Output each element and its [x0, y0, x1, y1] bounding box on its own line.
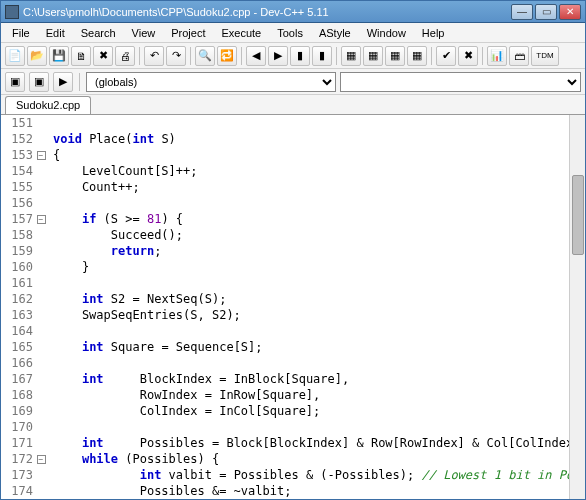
code-line[interactable]: RowIndex = InRow[Square], [53, 387, 569, 403]
fold-marker[interactable]: − [35, 451, 47, 467]
minimize-button[interactable]: — [511, 4, 533, 20]
fold-marker [35, 115, 47, 131]
fold-marker[interactable]: − [35, 211, 47, 227]
line-number: 151 [1, 115, 33, 131]
menu-execute[interactable]: Execute [214, 25, 268, 41]
menu-search[interactable]: Search [74, 25, 123, 41]
profile-button[interactable]: 📊 [487, 46, 507, 66]
menu-view[interactable]: View [125, 25, 163, 41]
open-button[interactable]: 📂 [27, 46, 47, 66]
syntax-check-button[interactable]: ✔ [436, 46, 456, 66]
menu-project[interactable]: Project [164, 25, 212, 41]
code-line[interactable] [53, 419, 569, 435]
debug-insert-button[interactable]: ▣ [29, 72, 49, 92]
fold-minus-icon[interactable]: − [37, 151, 46, 160]
new-file-button[interactable]: 📄 [5, 46, 25, 66]
rebuild-button[interactable]: ▦ [407, 46, 427, 66]
fold-marker [35, 307, 47, 323]
toolbar-main: 📄 📂 💾 🗎 ✖ 🖨 ↶ ↷ 🔍 🔁 ◀ ▶ ▮ ▮ ▦ ▦ ▦ ▦ ✔ ✖ … [1, 43, 585, 69]
print-button[interactable]: 🖨 [115, 46, 135, 66]
code-line[interactable] [53, 115, 569, 131]
code-line[interactable]: int Possibles = Block[BlockIndex] & Row[… [53, 435, 569, 451]
code-line[interactable]: int S2 = NextSeq(S); [53, 291, 569, 307]
code-line[interactable]: { [53, 147, 569, 163]
vertical-scrollbar[interactable] [569, 115, 585, 499]
code-line[interactable]: LevelCount[S]++; [53, 163, 569, 179]
code-area[interactable]: void Place(int S){ LevelCount[S]++; Coun… [47, 115, 569, 499]
fold-marker [35, 419, 47, 435]
line-number: 165 [1, 339, 33, 355]
debug-new-button[interactable]: ▣ [5, 72, 25, 92]
code-line[interactable] [53, 323, 569, 339]
code-line[interactable]: int BlockIndex = InBlock[Square], [53, 371, 569, 387]
line-number: 164 [1, 323, 33, 339]
maximize-button[interactable]: ▭ [535, 4, 557, 20]
fold-marker [35, 435, 47, 451]
code-line[interactable]: int Square = Sequence[S]; [53, 339, 569, 355]
toolbar-separator [241, 47, 242, 65]
code-line[interactable] [53, 355, 569, 371]
run-button[interactable]: ▦ [363, 46, 383, 66]
find-button[interactable]: 🔍 [195, 46, 215, 66]
save-button[interactable]: 💾 [49, 46, 69, 66]
window-title: C:\Users\pmolh\Documents\CPP\Sudoku2.cpp… [23, 6, 511, 18]
menu-astyle[interactable]: AStyle [312, 25, 358, 41]
fold-marker [35, 339, 47, 355]
menu-edit[interactable]: Edit [39, 25, 72, 41]
menu-help[interactable]: Help [415, 25, 452, 41]
code-line[interactable]: SwapSeqEntries(S, S2); [53, 307, 569, 323]
code-editor[interactable]: 1511521531541551561571581591601611621631… [1, 115, 585, 499]
code-line[interactable]: ColIndex = InCol[Square]; [53, 403, 569, 419]
nav-forward-button[interactable]: ▶ [268, 46, 288, 66]
close-file-button[interactable]: ✖ [93, 46, 113, 66]
code-line[interactable]: void Place(int S) [53, 131, 569, 147]
fold-marker[interactable]: − [35, 147, 47, 163]
scope-combo[interactable]: (globals) [86, 72, 336, 92]
code-line[interactable]: Succeed(); [53, 227, 569, 243]
compile-run-button[interactable]: ▦ [385, 46, 405, 66]
fold-minus-icon[interactable]: − [37, 455, 46, 464]
menu-window[interactable]: Window [360, 25, 413, 41]
menu-file[interactable]: File [5, 25, 37, 41]
fold-marker [35, 403, 47, 419]
toolbar-separator [336, 47, 337, 65]
code-line[interactable]: int valbit = Possibles & (-Possibles); /… [53, 467, 569, 483]
line-number: 157 [1, 211, 33, 227]
editor-tab[interactable]: Sudoku2.cpp [5, 96, 91, 114]
menu-tools[interactable]: Tools [270, 25, 310, 41]
code-line[interactable]: Count++; [53, 179, 569, 195]
line-number: 153 [1, 147, 33, 163]
code-line[interactable] [53, 195, 569, 211]
fold-gutter[interactable]: −−− [35, 115, 47, 499]
toolbar-class: ▣ ▣ ▶ (globals) [1, 69, 585, 95]
scroll-thumb[interactable] [572, 175, 584, 255]
compile-button[interactable]: ▦ [341, 46, 361, 66]
close-button[interactable]: ✕ [559, 4, 581, 20]
bookmark-button[interactable]: ▮ [290, 46, 310, 66]
code-line[interactable]: return; [53, 243, 569, 259]
line-number: 163 [1, 307, 33, 323]
delete-profile-button[interactable]: 🗃 [509, 46, 529, 66]
undo-button[interactable]: ↶ [144, 46, 164, 66]
code-line[interactable]: } [53, 259, 569, 275]
compiler-select[interactable]: TDM [531, 46, 559, 66]
line-number: 173 [1, 467, 33, 483]
fold-minus-icon[interactable]: − [37, 215, 46, 224]
toolbar-separator [79, 73, 80, 91]
replace-button[interactable]: 🔁 [217, 46, 237, 66]
redo-button[interactable]: ↷ [166, 46, 186, 66]
fold-marker [35, 243, 47, 259]
titlebar[interactable]: C:\Users\pmolh\Documents\CPP\Sudoku2.cpp… [1, 1, 585, 23]
app-icon [5, 5, 19, 19]
code-line[interactable]: if (S >= 81) { [53, 211, 569, 227]
abort-button[interactable]: ✖ [458, 46, 478, 66]
code-line[interactable]: while (Possibles) { [53, 451, 569, 467]
code-line[interactable]: Possibles &= ~valbit; [53, 483, 569, 499]
nav-back-button[interactable]: ◀ [246, 46, 266, 66]
member-combo[interactable] [340, 72, 581, 92]
save-all-button[interactable]: 🗎 [71, 46, 91, 66]
debug-goto-button[interactable]: ▶ [53, 72, 73, 92]
fold-marker [35, 371, 47, 387]
goto-bookmark-button[interactable]: ▮ [312, 46, 332, 66]
code-line[interactable] [53, 275, 569, 291]
